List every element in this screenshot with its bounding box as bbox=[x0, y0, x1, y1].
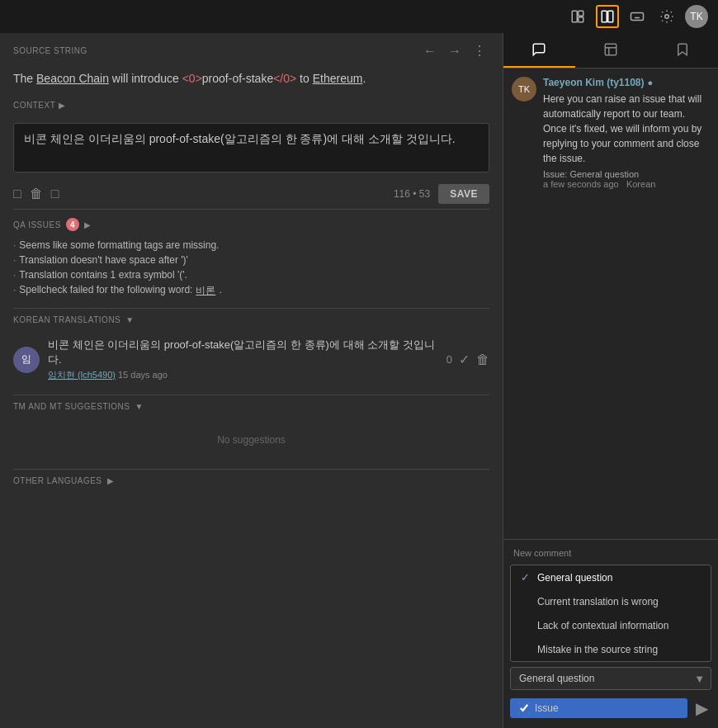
next-string-button[interactable]: → bbox=[445, 42, 465, 60]
trans-info: 116 • 53 SAVE bbox=[394, 184, 489, 204]
comment-text: Here you can raise an issue that will au… bbox=[543, 92, 710, 166]
comment-time: a few seconds ago bbox=[543, 179, 619, 189]
check-icon: ✓ bbox=[521, 571, 532, 584]
comment-item: TK Taeyeon Kim (ty1108) ● Here you can r… bbox=[512, 77, 710, 189]
delete-translation-button[interactable]: 🗑 bbox=[30, 187, 43, 201]
tab-comments[interactable] bbox=[503, 33, 575, 68]
select-wrapper: General questionCurrent translation is w… bbox=[510, 667, 711, 690]
save-button[interactable]: SAVE bbox=[438, 184, 489, 204]
source-nav: ← → ⋮ bbox=[420, 41, 489, 60]
right-panel: TK Taeyeon Kim (ty1108) ● Here you can r… bbox=[503, 33, 718, 728]
issue-label-text: Issue bbox=[535, 702, 559, 714]
other-languages-header[interactable]: OTHER LANGUAGES ▶ bbox=[13, 476, 489, 485]
korean-translations-section: KOREAN TRANSLATIONS ▼ 임 비콘 체인은 이더리움의 pro… bbox=[0, 309, 503, 395]
tab-history[interactable] bbox=[575, 33, 647, 68]
tab-bookmark[interactable] bbox=[646, 33, 718, 68]
top-toolbar: TK bbox=[0, 0, 718, 33]
no-check-icon-3 bbox=[521, 643, 532, 655]
qa-expand-icon: ▶ bbox=[84, 220, 91, 229]
svg-rect-5 bbox=[631, 13, 644, 21]
qa-item: Translation doesn't have space after ')' bbox=[13, 253, 489, 267]
open-tag: <0> bbox=[182, 72, 202, 85]
columns-icon[interactable] bbox=[596, 5, 619, 28]
dropdown-menu: ✓ General question Current translation i… bbox=[510, 565, 711, 662]
right-tabs bbox=[503, 33, 718, 69]
other-lang-expand-icon: ▶ bbox=[107, 476, 114, 485]
beacon-chain-link: Beacon Chain bbox=[36, 72, 109, 85]
close-tag: </0> bbox=[273, 72, 296, 85]
ethereum-link: Ethereum bbox=[313, 72, 363, 85]
tm-mt-header[interactable]: TM AND MT SUGGESTIONS ▼ bbox=[13, 402, 489, 411]
source-text: The Beacon Chain will introduce <0>proof… bbox=[0, 65, 503, 97]
translator-avatar: 임 bbox=[13, 347, 40, 373]
qa-badge: 4 bbox=[66, 218, 79, 231]
issue-checkbox[interactable] bbox=[518, 702, 530, 714]
svg-rect-3 bbox=[602, 11, 607, 22]
context-expand-icon: ▶ bbox=[59, 101, 65, 110]
issue-checkbox-label[interactable]: Issue bbox=[510, 698, 687, 718]
dropdown-item-mistake[interactable]: Mistake in the source string bbox=[511, 637, 711, 661]
comment-meta: Issue: General question a few seconds ag… bbox=[543, 169, 710, 189]
no-check-icon-2 bbox=[521, 619, 532, 631]
vote-count: 0 bbox=[446, 353, 452, 366]
translation-item: 임 비콘 체인은 이더리움의 proof-of-stake(알고리즘의 한 종류… bbox=[13, 331, 489, 388]
context-row[interactable]: CONTEXT ▶ bbox=[0, 97, 503, 116]
left-panel: SOURCE STRING ← → ⋮ The Beacon Chain wil… bbox=[0, 33, 503, 728]
other-languages-section: OTHER LANGUAGES ▶ bbox=[0, 470, 503, 499]
source-string-label: SOURCE STRING bbox=[13, 46, 87, 55]
prev-string-button[interactable]: ← bbox=[420, 42, 440, 60]
other-lang-label: OTHER LANGUAGES bbox=[13, 476, 102, 485]
copy-source-button[interactable]: □ bbox=[13, 187, 21, 201]
tm-mt-expand-icon: ▼ bbox=[135, 402, 143, 411]
qa-issues-header[interactable]: QA ISSUES 4 ▶ bbox=[13, 218, 489, 231]
trans-actions: 0 ✓ 🗑 bbox=[446, 352, 489, 367]
user-avatar[interactable]: TK bbox=[685, 5, 708, 28]
translator-info: 임치현 (lch5490) 15 days ago bbox=[48, 369, 438, 381]
issue-type: Issue: General question bbox=[543, 169, 639, 179]
issue-type-select[interactable]: General questionCurrent translation is w… bbox=[510, 667, 711, 690]
comment-language: Korean bbox=[626, 179, 655, 189]
qa-item: Translation contains 1 extra symbol '('. bbox=[13, 267, 489, 282]
translator-name[interactable]: 임치현 (lch5490) bbox=[48, 370, 116, 380]
settings-icon[interactable] bbox=[655, 5, 678, 28]
more-options-button[interactable]: ⋮ bbox=[470, 41, 489, 60]
svg-rect-12 bbox=[605, 44, 616, 55]
korean-translations-header[interactable]: KOREAN TRANSLATIONS ▼ bbox=[13, 315, 489, 324]
translation-toolbar: □ 🗑 □ 116 • 53 SAVE bbox=[0, 179, 503, 209]
korean-expand-icon: ▼ bbox=[125, 315, 134, 324]
source-string-header: SOURCE STRING ← → ⋮ bbox=[0, 33, 503, 65]
comment-header: Taeyeon Kim (ty1108) ● bbox=[543, 77, 710, 88]
translation-content: 비콘 체인은 이더리움의 proof-of-stake(알고리즘의 한 종류)에… bbox=[48, 338, 438, 381]
spellcheck-word: 비론 bbox=[196, 284, 215, 298]
comment-input-row: Issue ▶ bbox=[510, 695, 711, 721]
new-comment-area: New comment ✓ General question Current t… bbox=[503, 539, 718, 728]
svg-rect-2 bbox=[579, 17, 583, 22]
insert-tag-button[interactable]: □ bbox=[51, 187, 59, 201]
qa-section: QA ISSUES 4 ▶ Seems like some formatting… bbox=[0, 210, 503, 308]
tm-mt-section: TM AND MT SUGGESTIONS ▼ No suggestions bbox=[0, 395, 503, 469]
no-suggestions: No suggestions bbox=[13, 418, 489, 462]
tm-mt-label: TM AND MT SUGGESTIONS bbox=[13, 402, 130, 411]
svg-rect-0 bbox=[572, 11, 577, 22]
layout-icon[interactable] bbox=[566, 5, 589, 28]
qa-label: QA ISSUES bbox=[13, 220, 61, 229]
send-comment-button[interactable]: ▶ bbox=[692, 695, 711, 721]
accept-translation-button[interactable]: ✓ bbox=[459, 352, 470, 367]
translation-area[interactable]: 비콘 체인은 이더리움의 proof-of-stake(알고리즘의 한 종류)에… bbox=[13, 123, 489, 173]
main-content: SOURCE STRING ← → ⋮ The Beacon Chain wil… bbox=[0, 33, 718, 728]
dropdown-item-wrong[interactable]: Current translation is wrong bbox=[511, 589, 711, 613]
delete-translation-btn[interactable]: 🗑 bbox=[476, 352, 489, 367]
qa-list: Seems like some formatting tags are miss… bbox=[13, 238, 489, 300]
no-check-icon bbox=[521, 595, 532, 607]
qa-item: Spellcheck failed for the following word… bbox=[13, 282, 489, 300]
comments-area: TK Taeyeon Kim (ty1108) ● Here you can r… bbox=[503, 69, 718, 539]
svg-rect-4 bbox=[608, 11, 613, 22]
dropdown-item-general[interactable]: ✓ General question bbox=[511, 565, 711, 589]
comment-verified-icon: ● bbox=[648, 78, 654, 87]
translation-text: 비콘 체인은 이더리움의 proof-of-stake(알고리즘의 한 종류)에… bbox=[48, 338, 438, 367]
comment-author: Taeyeon Kim (ty1108) bbox=[543, 77, 645, 88]
comment-avatar: TK bbox=[512, 77, 536, 102]
keyboard-icon[interactable] bbox=[626, 5, 649, 28]
dropdown-item-context[interactable]: Lack of contextual information bbox=[511, 613, 711, 637]
svg-rect-1 bbox=[579, 11, 583, 16]
